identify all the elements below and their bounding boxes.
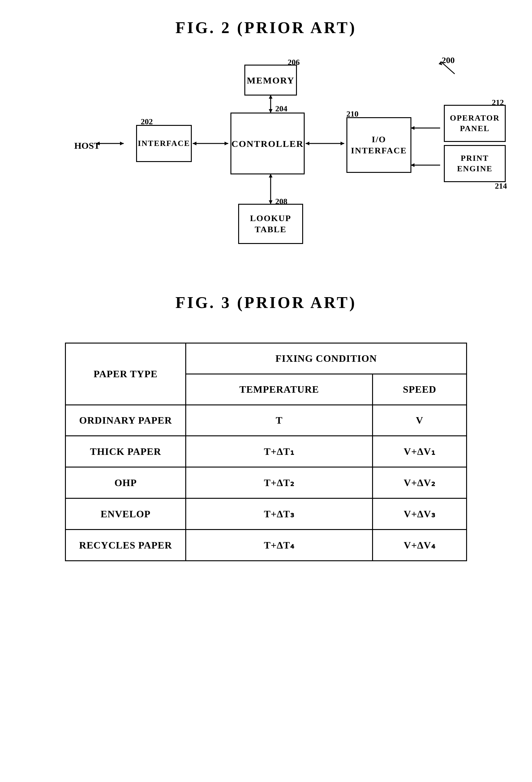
svg-marker-18 xyxy=(411,126,415,130)
svg-marker-15 xyxy=(341,142,344,145)
svg-marker-13 xyxy=(269,200,273,204)
paper-type-cell: RECYCLES PAPER xyxy=(66,530,186,561)
speed-cell: V+ΔV₁ xyxy=(373,436,467,467)
fig2-title: FIG. 2 (PRIOR ART) xyxy=(175,19,357,37)
io-printengine-arrow xyxy=(411,157,445,173)
speed-cell: V+ΔV₂ xyxy=(373,467,467,498)
temperature-header: TEMPERATURE xyxy=(186,374,373,405)
fixing-conditions-table: PAPER TYPE FIXING CONDITION TEMPERATURE … xyxy=(65,343,467,561)
speed-cell: V+ΔV₃ xyxy=(373,498,467,530)
svg-marker-3 xyxy=(120,142,124,145)
paper-type-cell: ENVELOP xyxy=(66,498,186,530)
ref-206: 206 xyxy=(288,58,300,67)
ref-212: 212 xyxy=(492,98,504,107)
temperature-cell: T+ΔT₁ xyxy=(186,436,373,467)
svg-marker-4 xyxy=(96,142,100,145)
controller-lookup-arrow xyxy=(263,174,278,205)
table-row: ENVELOPT+ΔT₃V+ΔV₃ xyxy=(66,498,467,530)
fig2-diagram: 200 HOST INTERFACE 202 CONTROLLER 204 ME… xyxy=(65,52,467,269)
fixing-condition-header: FIXING CONDITION xyxy=(186,343,467,374)
ref-210: 210 xyxy=(346,109,358,119)
print-engine-box: PRINTENGINE xyxy=(444,145,506,182)
table-row: ORDINARY PAPERTV xyxy=(66,405,467,436)
lookup-table-box: LOOKUPTABLE xyxy=(238,204,303,244)
svg-marker-16 xyxy=(306,142,309,145)
interface-box: INTERFACE xyxy=(136,125,192,162)
paper-type-cell: OHP xyxy=(66,467,186,498)
svg-line-0 xyxy=(441,62,455,74)
interface-controller-arrow xyxy=(191,136,232,151)
fig3-title: FIG. 3 (PRIOR ART) xyxy=(175,293,357,312)
svg-marker-7 xyxy=(193,142,197,145)
io-operatorpanel-arrow xyxy=(411,120,445,136)
fig3-table-container: PAPER TYPE FIXING CONDITION TEMPERATURE … xyxy=(65,343,467,561)
ref-200-arrow xyxy=(405,52,467,77)
table-row: OHPT+ΔT₂V+ΔV₂ xyxy=(66,467,467,498)
controller-box: CONTROLLER xyxy=(230,112,305,174)
svg-marker-10 xyxy=(269,109,273,113)
temperature-cell: T xyxy=(186,405,373,436)
speed-cell: V xyxy=(373,405,467,436)
svg-marker-6 xyxy=(224,142,228,145)
memory-box: MEMORY xyxy=(244,65,297,96)
svg-marker-9 xyxy=(269,95,273,99)
ref-202: 202 xyxy=(141,117,153,127)
speed-header: SPEED xyxy=(373,374,467,405)
paper-type-header: PAPER TYPE xyxy=(66,343,186,405)
speed-cell: V+ΔV₄ xyxy=(373,530,467,561)
host-interface-arrow xyxy=(96,136,136,151)
ref-214: 214 xyxy=(495,181,507,191)
controller-io-arrow xyxy=(304,136,347,151)
svg-marker-12 xyxy=(269,174,273,177)
paper-type-cell: THICK PAPER xyxy=(66,436,186,467)
table-row: RECYCLES PAPERT+ΔT₄V+ΔV₄ xyxy=(66,530,467,561)
paper-type-cell: ORDINARY PAPER xyxy=(66,405,186,436)
temperature-cell: T+ΔT₄ xyxy=(186,530,373,561)
table-row: THICK PAPERT+ΔT₁V+ΔV₁ xyxy=(66,436,467,467)
operator-panel-box: OPERATORPANEL xyxy=(444,105,506,142)
svg-marker-20 xyxy=(411,163,415,167)
temperature-cell: T+ΔT₂ xyxy=(186,467,373,498)
memory-controller-arrow xyxy=(263,95,278,114)
temperature-cell: T+ΔT₃ xyxy=(186,498,373,530)
io-interface-box: I/OINTERFACE xyxy=(346,117,412,173)
